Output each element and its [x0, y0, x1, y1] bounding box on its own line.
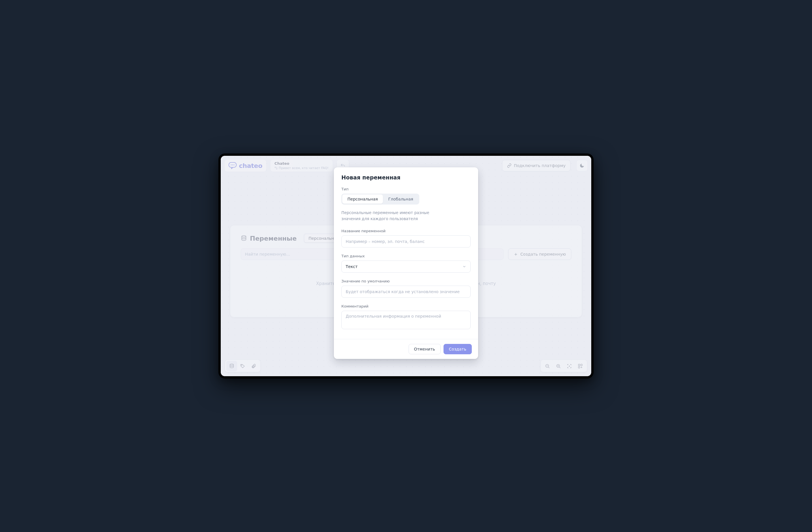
type-option-global[interactable]: Глобальная	[383, 194, 418, 204]
chevron-down-icon	[462, 265, 466, 269]
create-button[interactable]: Создать	[444, 344, 472, 354]
modal-backdrop[interactable]: Новая переменная Тип Персональная Глобал…	[221, 156, 591, 376]
datatype-label: Тип данных	[342, 254, 470, 258]
type-segmented: Персональная Глобальная	[342, 194, 419, 205]
type-label: Тип	[342, 187, 470, 191]
variable-name-input[interactable]	[342, 235, 470, 248]
comment-input[interactable]	[342, 311, 470, 329]
cancel-button[interactable]: Отменить	[409, 344, 440, 354]
comment-label: Комментарий	[342, 304, 470, 308]
app-screen: chateo Chateo Привет всем, кто читает FA…	[221, 156, 591, 376]
type-option-personal[interactable]: Персональная	[342, 194, 383, 204]
device-frame: chateo Chateo Привет всем, кто читает FA…	[218, 153, 594, 379]
datatype-value: Текст	[346, 264, 358, 269]
modal-footer: Отменить Создать	[334, 339, 478, 359]
default-value-input[interactable]	[342, 286, 470, 298]
type-description: Персональные переменные имеют разные зна…	[342, 210, 434, 222]
modal-title: Новая переменная	[342, 174, 470, 181]
new-variable-modal: Новая переменная Тип Персональная Глобал…	[334, 167, 478, 359]
datatype-select[interactable]: Текст	[342, 261, 470, 272]
default-value-label: Значение по умолчанию	[342, 279, 470, 283]
name-label: Название переменной	[342, 229, 470, 233]
